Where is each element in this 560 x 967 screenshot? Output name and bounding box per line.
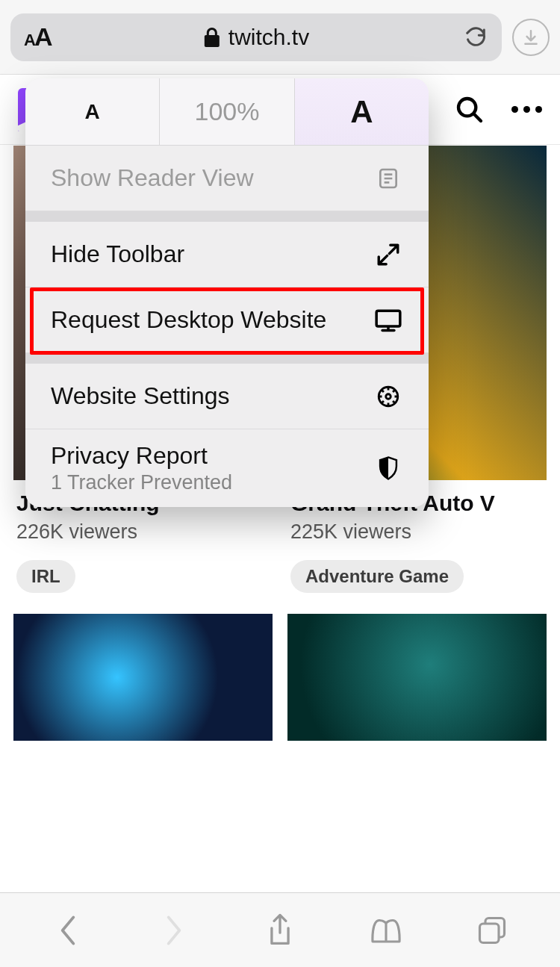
category-viewers: 226K viewers	[16, 520, 270, 544]
menu-label: Hide Toolbar	[51, 240, 184, 268]
menu-label: Show Reader View	[51, 164, 254, 192]
category-cover	[287, 614, 547, 741]
gear-icon	[373, 384, 403, 409]
search-icon[interactable]	[455, 95, 485, 125]
menu-sublabel: 1 Tracker Prevented	[51, 471, 232, 494]
zoom-in-button[interactable]: A	[295, 78, 429, 145]
zoom-row: A 100% A	[25, 78, 429, 146]
svg-point-10	[386, 394, 391, 399]
svg-line-1	[474, 114, 481, 120]
downloads-button[interactable]	[512, 19, 550, 56]
bottom-toolbar	[0, 892, 560, 967]
monitor-icon	[373, 308, 403, 333]
menu-website-settings[interactable]: Website Settings	[25, 364, 429, 429]
bookmarks-button[interactable]	[367, 911, 405, 950]
menu-label: Website Settings	[51, 382, 230, 410]
back-button[interactable]	[49, 911, 87, 950]
menu-label: Privacy Report	[51, 442, 232, 470]
url-text: twitch.tv	[228, 25, 309, 50]
category-tag[interactable]: IRL	[16, 560, 75, 593]
menu-privacy-report[interactable]: Privacy Report 1 Tracker Prevented	[25, 429, 429, 507]
more-button[interactable]	[511, 106, 542, 113]
share-button[interactable]	[261, 911, 299, 950]
category-card[interactable]	[287, 614, 547, 741]
menu-reader-view: Show Reader View	[25, 146, 429, 211]
expand-icon	[373, 242, 403, 267]
category-cover	[13, 614, 273, 741]
menu-hide-toolbar[interactable]: Hide Toolbar	[25, 222, 429, 287]
forward-button	[155, 911, 193, 950]
category-viewers: 225K viewers	[290, 520, 544, 544]
url-display[interactable]: twitch.tv	[203, 25, 309, 50]
shield-icon	[373, 455, 403, 481]
zoom-percent[interactable]: 100%	[160, 78, 294, 145]
browser-top-bar: A A twitch.tv	[0, 0, 560, 75]
menu-request-desktop[interactable]: Request Desktop Website	[25, 287, 429, 353]
lock-icon	[203, 27, 221, 48]
svg-rect-12	[480, 924, 500, 943]
reload-button[interactable]	[463, 24, 488, 51]
category-tag[interactable]: Adventure Game	[290, 560, 464, 593]
menu-label: Request Desktop Website	[51, 306, 326, 334]
text-size-popover: A 100% A Show Reader View Hide Toolbar R…	[25, 78, 429, 507]
category-card[interactable]	[13, 614, 273, 741]
reader-icon	[373, 167, 403, 190]
tabs-button[interactable]	[473, 911, 511, 950]
svg-rect-6	[376, 311, 400, 326]
zoom-out-button[interactable]: A	[25, 78, 160, 145]
text-size-button[interactable]: A A	[24, 22, 52, 52]
aa-big: A	[34, 22, 53, 52]
address-bar[interactable]: A A twitch.tv	[10, 13, 502, 61]
